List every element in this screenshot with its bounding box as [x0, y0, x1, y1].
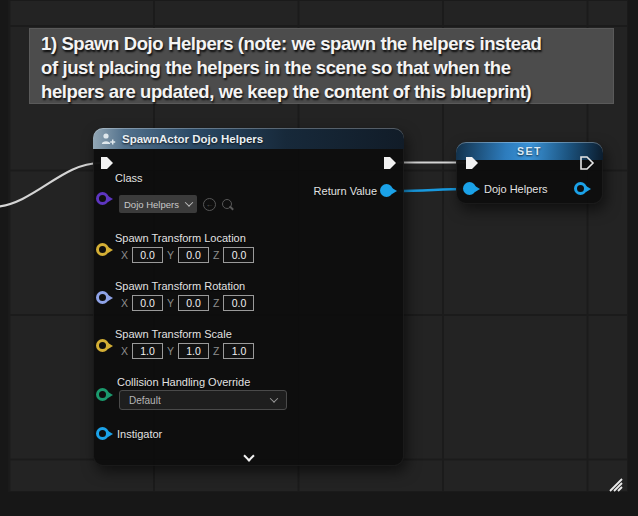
rotation-pin[interactable]	[96, 291, 109, 304]
class-dropdown-value: Dojo Helpers	[124, 199, 179, 210]
location-y-input[interactable]: 0.0	[178, 247, 209, 263]
set-exec-output-pin[interactable]	[579, 155, 595, 171]
collision-dropdown[interactable]: Default	[119, 390, 287, 410]
set-value-input-pin[interactable]	[463, 182, 476, 195]
comment-text-line: helpers are updated, we keep the content…	[41, 80, 602, 104]
scale-z-input[interactable]: 1.0	[223, 343, 254, 359]
axis-x-label: X	[121, 345, 128, 357]
resize-grip[interactable]	[604, 473, 626, 493]
set-node-title: SET	[517, 145, 542, 157]
class-pin-label: Class	[115, 172, 143, 184]
chevron-down-icon	[185, 198, 193, 206]
location-pin[interactable]	[96, 243, 109, 256]
scale-pin[interactable]	[96, 339, 109, 352]
spawnactor-node-title: SpawnActor Dojo Helpers	[122, 133, 263, 145]
rotation-xyz-row: X 0.0 Y 0.0 Z 0.0	[121, 295, 254, 311]
scale-pin-label: Spawn Transform Scale	[115, 328, 232, 340]
scale-x-input[interactable]: 1.0	[132, 343, 163, 359]
spawn-actor-icon	[101, 132, 116, 146]
spawnactor-node[interactable]: SpawnActor Dojo Helpers Class Dojo Helpe…	[93, 128, 404, 466]
set-pin-label: Dojo Helpers	[484, 183, 548, 195]
location-x-input[interactable]: 0.0	[132, 247, 163, 263]
class-pin[interactable]	[96, 192, 109, 205]
rotation-pin-label: Spawn Transform Rotation	[115, 280, 245, 292]
axis-x-label: X	[121, 249, 128, 261]
exec-input-pin[interactable]	[99, 155, 115, 171]
expand-node-chevron-icon[interactable]	[243, 450, 254, 461]
return-value-pin[interactable]	[380, 184, 393, 197]
comment-node[interactable]: 1) Spawn Dojo Helpers (note: we spawn th…	[29, 28, 614, 104]
axis-z-label: Z	[213, 345, 219, 357]
collision-dropdown-value: Default	[129, 395, 161, 406]
rotation-y-input[interactable]: 0.0	[178, 295, 209, 311]
spawnactor-node-header[interactable]: SpawnActor Dojo Helpers	[93, 128, 404, 149]
axis-y-label: Y	[167, 297, 174, 309]
browse-asset-icon[interactable]	[221, 198, 234, 211]
collision-pin[interactable]	[96, 388, 109, 401]
comment-text-line: of just placing the helpers in the scene…	[41, 56, 602, 80]
instigator-pin[interactable]	[96, 427, 109, 440]
blueprint-editor: 1) Spawn Dojo Helpers (note: we spawn th…	[0, 0, 638, 516]
axis-y-label: Y	[167, 345, 174, 357]
return-value-label: Return Value	[314, 185, 377, 197]
set-node[interactable]: SET Dojo Helpers	[456, 142, 603, 204]
axis-z-label: Z	[213, 249, 219, 261]
axis-z-label: Z	[213, 297, 219, 309]
rotation-x-input[interactable]: 0.0	[132, 295, 163, 311]
axis-x-label: X	[121, 297, 128, 309]
use-selected-asset-icon[interactable]: ←	[203, 198, 216, 211]
location-xyz-row: X 0.0 Y 0.0 Z 0.0	[121, 247, 254, 263]
scale-xyz-row: X 1.0 Y 1.0 Z 1.0	[121, 343, 254, 359]
class-dropdown[interactable]: Dojo Helpers	[119, 195, 197, 213]
chevron-down-icon	[270, 394, 278, 402]
location-pin-label: Spawn Transform Location	[115, 232, 246, 244]
rotation-z-input[interactable]: 0.0	[223, 295, 254, 311]
instigator-pin-label: Instigator	[117, 428, 162, 440]
comment-text-line: 1) Spawn Dojo Helpers (note: we spawn th…	[41, 32, 602, 56]
exec-output-pin[interactable]	[382, 155, 398, 171]
location-z-input[interactable]: 0.0	[223, 247, 254, 263]
set-exec-input-pin[interactable]	[464, 155, 480, 171]
scale-y-input[interactable]: 1.0	[178, 343, 209, 359]
set-value-output-pin[interactable]	[574, 182, 587, 195]
collision-pin-label: Collision Handling Override	[117, 376, 250, 388]
axis-y-label: Y	[167, 249, 174, 261]
